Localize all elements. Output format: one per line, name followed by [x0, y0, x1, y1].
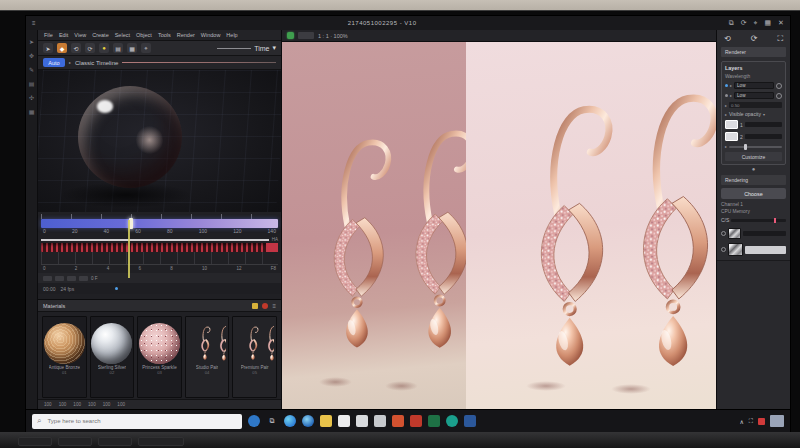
- office-app-icon[interactable]: [356, 415, 368, 427]
- layers-toolbar-icon[interactable]: ▤: [113, 43, 123, 53]
- menu-create[interactable]: Create: [92, 32, 109, 38]
- menu-view[interactable]: View: [74, 32, 86, 38]
- roughness-slider[interactable]: [729, 146, 782, 148]
- playhead-line[interactable]: [128, 220, 130, 278]
- search-input[interactable]: [45, 417, 237, 425]
- camera-icon[interactable]: ⌖: [754, 19, 758, 27]
- menu-window[interactable]: Window: [201, 32, 221, 38]
- teams-icon[interactable]: [446, 415, 458, 427]
- menu-render[interactable]: Render: [177, 32, 195, 38]
- timeline-segment-button[interactable]: [67, 276, 76, 281]
- keyframe-icon[interactable]: ◆: [57, 43, 67, 53]
- row-triangle-icon[interactable]: ▸: [730, 83, 732, 88]
- taskbar-search[interactable]: ⌕: [32, 414, 242, 429]
- record-icon[interactable]: [262, 303, 268, 309]
- render-pane-a[interactable]: [282, 42, 466, 409]
- edge-browser-icon[interactable]: [284, 415, 296, 427]
- word-icon[interactable]: [464, 415, 476, 427]
- material-viewport[interactable]: [38, 70, 281, 212]
- link-icon[interactable]: ⧉: [729, 19, 734, 27]
- timeline-segment-button[interactable]: [55, 276, 64, 281]
- material-tile[interactable]: Sterling Silver 02: [90, 316, 135, 398]
- timeline-mode-button[interactable]: Auto: [43, 58, 65, 67]
- notification-badge-icon[interactable]: [758, 418, 765, 425]
- add-material-icon[interactable]: [252, 303, 258, 309]
- rose-gold-sphere-preview[interactable]: [78, 86, 182, 188]
- timeline-range-bar[interactable]: [41, 219, 278, 228]
- layer-dropdown[interactable]: Low: [734, 92, 774, 99]
- mail-app-icon[interactable]: [410, 415, 422, 427]
- tray-network-icon[interactable]: ⛶: [749, 418, 753, 425]
- grid-tool-icon[interactable]: ▦: [29, 108, 35, 115]
- time-chevron-icon[interactable]: ▾: [272, 44, 276, 52]
- material-tile[interactable]: Antique Bronze 01: [42, 316, 87, 398]
- layer-dropdown[interactable]: Low: [734, 82, 774, 89]
- menu-edit[interactable]: Edit: [59, 32, 68, 38]
- properties-header[interactable]: Renderer: [721, 47, 786, 57]
- texture-thumbnail[interactable]: [728, 228, 741, 239]
- expand-icon[interactable]: ⛶: [777, 34, 783, 44]
- render-pane-b[interactable]: [466, 42, 716, 409]
- texture-thumbnail[interactable]: [728, 243, 743, 256]
- task-view-icon[interactable]: ⧉: [266, 415, 278, 427]
- tray-panel-chip[interactable]: [770, 415, 784, 427]
- undo-history-icon[interactable]: ⟲: [724, 34, 731, 44]
- menu-help[interactable]: Help: [226, 32, 237, 38]
- camera-toolbar-icon[interactable]: ⌖: [141, 43, 151, 53]
- color-swatch[interactable]: [725, 132, 738, 141]
- timeline-segment-button[interactable]: [79, 276, 88, 281]
- material-tile[interactable]: Princess Sparkle 03: [137, 316, 182, 398]
- notes-app-icon[interactable]: [338, 415, 350, 427]
- redo-history-icon[interactable]: ⟳: [751, 34, 758, 44]
- material-tile[interactable]: Premium Pair 05: [232, 316, 277, 398]
- view-mode-chip[interactable]: [298, 32, 314, 39]
- materials-menu-icon[interactable]: ≡: [272, 303, 276, 309]
- cs-slider[interactable]: [731, 219, 786, 222]
- layer-knob[interactable]: [776, 93, 782, 99]
- sync-icon[interactable]: ⟳: [741, 19, 747, 27]
- cursor-icon[interactable]: ➤: [29, 38, 34, 45]
- tray-up-icon[interactable]: ∧: [739, 418, 743, 425]
- menu-select[interactable]: Select: [115, 32, 130, 38]
- choose-button[interactable]: Choose: [721, 188, 786, 199]
- menu-tools[interactable]: Tools: [158, 32, 171, 38]
- slider-handle[interactable]: [744, 144, 747, 150]
- store-icon[interactable]: [302, 415, 314, 427]
- swatch-bar[interactable]: [745, 122, 782, 127]
- move-icon[interactable]: ✥: [29, 52, 34, 59]
- value-field[interactable]: 0.50: [729, 102, 782, 108]
- texture-radio[interactable]: [721, 231, 726, 236]
- cs-slider-marker[interactable]: [774, 218, 776, 223]
- customize-button[interactable]: Customize: [725, 152, 782, 161]
- undo-icon[interactable]: ⟲: [71, 43, 81, 53]
- layers-icon[interactable]: ▤: [29, 80, 35, 87]
- texture-bar-light[interactable]: [745, 246, 786, 254]
- row-triangle-icon[interactable]: ▸: [730, 93, 732, 98]
- app-menu-icon[interactable]: ≡: [32, 20, 36, 26]
- opacity-row[interactable]: ▸ Visible opacity ▾: [725, 111, 782, 117]
- audio-track[interactable]: [41, 243, 278, 252]
- photos-app-icon[interactable]: [374, 415, 386, 427]
- hand-icon[interactable]: ✣: [29, 94, 34, 101]
- menu-file[interactable]: File: [44, 32, 53, 38]
- menu-object[interactable]: Object: [136, 32, 152, 38]
- file-explorer-icon[interactable]: [320, 415, 332, 427]
- select-tool-icon[interactable]: ➤: [43, 43, 53, 53]
- rendering-section-header[interactable]: Rendering: [721, 175, 786, 185]
- layer-knob[interactable]: [776, 83, 782, 89]
- cortana-icon[interactable]: [248, 415, 260, 427]
- close-icon[interactable]: ✕: [778, 19, 784, 27]
- timeline-segment-button[interactable]: [43, 276, 52, 281]
- powerpoint-icon[interactable]: [392, 415, 404, 427]
- swatch-bar[interactable]: [745, 134, 782, 139]
- redo-icon[interactable]: ⟳: [85, 43, 95, 53]
- opacity-chevron-icon[interactable]: ▾: [763, 112, 765, 117]
- autokey-icon[interactable]: ●: [99, 43, 109, 53]
- color-swatch[interactable]: [725, 120, 738, 129]
- texture-radio[interactable]: [721, 247, 726, 252]
- texture-bar[interactable]: [743, 231, 786, 236]
- grid-toolbar-icon[interactable]: ▦: [127, 43, 137, 53]
- excel-icon[interactable]: [428, 415, 440, 427]
- grid-icon[interactable]: ▦: [764, 19, 771, 27]
- material-tile[interactable]: Studio Pair 04: [185, 316, 230, 398]
